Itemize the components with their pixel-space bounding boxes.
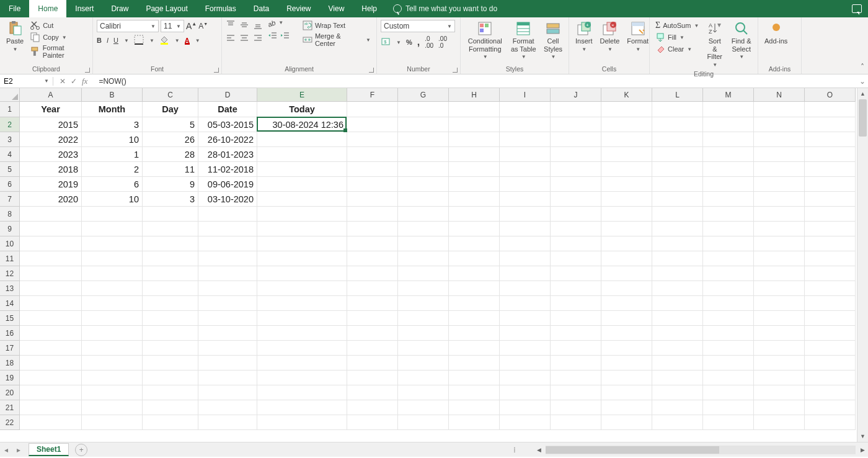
column-header-I[interactable]: I [500, 88, 551, 102]
cell-E2[interactable]: 30-08-2024 12:36 [257, 117, 347, 132]
cell-A4[interactable]: 2023 [20, 147, 82, 162]
cell-D6[interactable]: 09-06-2019 [198, 177, 257, 192]
row-header-9[interactable]: 9 [0, 222, 20, 236]
align-top-icon[interactable] [226, 20, 236, 30]
align-center-icon[interactable] [239, 34, 249, 43]
decrease-decimal-button[interactable]: .00.0 [438, 35, 447, 49]
increase-font-button[interactable]: A▲ [186, 21, 197, 31]
cell-header-E1[interactable]: Today [257, 102, 347, 117]
cell-D7[interactable]: 03-10-2020 [198, 192, 257, 207]
cell-B2[interactable]: 3 [82, 117, 143, 132]
align-right-icon[interactable] [253, 34, 263, 43]
borders-button[interactable] [134, 35, 144, 46]
format-cells-button[interactable]: Format▼ [624, 20, 651, 53]
clear-button[interactable]: Clear▼ [653, 43, 701, 55]
cell-C7[interactable]: 3 [143, 192, 198, 207]
font-size-select[interactable]: 11▼ [161, 20, 184, 32]
align-left-icon[interactable] [226, 34, 236, 43]
cancel-formula-button[interactable]: ✕ [60, 77, 66, 86]
row-header-16[interactable]: 16 [0, 326, 20, 341]
increase-indent-icon[interactable] [280, 31, 290, 41]
column-header-E[interactable]: E [257, 88, 347, 102]
cell-D2[interactable]: 05-03-2015 [198, 117, 257, 132]
number-dialog-launcher[interactable] [453, 68, 458, 73]
autosum-button[interactable]: ΣAutoSum▼ [653, 20, 701, 31]
cell-B5[interactable]: 2 [82, 162, 143, 177]
column-header-A[interactable]: A [20, 88, 82, 102]
tab-draw[interactable]: Draw [102, 0, 137, 17]
column-header-O[interactable]: O [805, 88, 856, 102]
column-header-B[interactable]: B [82, 88, 143, 102]
alignment-dialog-launcher[interactable] [369, 68, 374, 73]
percent-button[interactable]: % [406, 38, 412, 46]
row-header-8[interactable]: 8 [0, 207, 20, 222]
conditional-formatting-button[interactable]: Conditional Formatting▼ [464, 20, 505, 61]
sort-filter-button[interactable]: AZ Sort & Filter▼ [703, 20, 726, 69]
vertical-scrollbar[interactable]: ▲ ▼ [857, 88, 868, 442]
enter-formula-button[interactable]: ✓ [71, 77, 77, 86]
column-header-C[interactable]: C [143, 88, 198, 102]
clipboard-dialog-launcher[interactable] [85, 68, 90, 73]
cell-C2[interactable]: 5 [143, 117, 198, 132]
comments-icon[interactable] [852, 4, 862, 13]
row-header-21[interactable]: 21 [0, 400, 20, 415]
row-header-2[interactable]: 2 [0, 117, 20, 132]
row-header-14[interactable]: 14 [0, 296, 20, 311]
row-header-20[interactable]: 20 [0, 385, 20, 400]
add-sheet-button[interactable]: + [75, 444, 87, 456]
scroll-right-button[interactable]: ▶ [857, 447, 868, 453]
cell-D4[interactable]: 28-01-2023 [198, 147, 257, 162]
column-header-G[interactable]: G [398, 88, 449, 102]
column-header-J[interactable]: J [551, 88, 601, 102]
column-header-M[interactable]: M [703, 88, 754, 102]
cell-A6[interactable]: 2019 [20, 177, 82, 192]
tab-home[interactable]: Home [29, 0, 66, 17]
column-header-K[interactable]: K [601, 88, 652, 102]
row-header-1[interactable]: 1 [0, 102, 20, 117]
name-box[interactable]: E2 ▼ [0, 77, 53, 86]
tell-me-search[interactable]: Tell me what you want to do [393, 4, 497, 13]
cell-A5[interactable]: 2018 [20, 162, 82, 177]
cell-styles-button[interactable]: Cell Styles▼ [541, 20, 565, 61]
insert-function-button[interactable]: fx [82, 76, 87, 86]
select-all-corner[interactable] [0, 88, 20, 102]
column-header-D[interactable]: D [198, 88, 257, 102]
cell-B4[interactable]: 1 [82, 147, 143, 162]
cell-C6[interactable]: 9 [143, 177, 198, 192]
align-bottom-icon[interactable] [253, 20, 263, 30]
cell-B7[interactable]: 10 [82, 192, 143, 207]
tab-data[interactable]: Data [245, 0, 278, 17]
copy-button[interactable]: Copy▼ [29, 32, 89, 43]
column-header-F[interactable]: F [347, 88, 398, 102]
horizontal-scroll-thumb[interactable] [546, 446, 719, 454]
row-header-4[interactable]: 4 [0, 147, 20, 162]
accounting-format-button[interactable]: $ [381, 37, 391, 48]
scroll-up-button[interactable]: ▲ [857, 88, 868, 99]
sheet-nav-first[interactable]: ◂ [0, 446, 12, 454]
tab-formulas[interactable]: Formulas [197, 0, 245, 17]
row-header-22[interactable]: 22 [0, 415, 20, 430]
cell-C3[interactable]: 26 [143, 132, 198, 147]
font-color-button[interactable]: A [185, 37, 190, 45]
sheet-nav-prev[interactable]: ▸ [12, 446, 25, 454]
font-name-select[interactable]: Calibri▼ [97, 20, 159, 32]
insert-cells-button[interactable]: + Insert▼ [573, 20, 595, 53]
expand-formula-bar-button[interactable]: ⌄ [857, 77, 868, 86]
cell-header-B1[interactable]: Month [82, 102, 143, 117]
paste-button[interactable]: Paste ▼ [4, 20, 26, 53]
column-header-H[interactable]: H [449, 88, 500, 102]
row-header-18[interactable]: 18 [0, 356, 20, 370]
row-header-12[interactable]: 12 [0, 266, 20, 281]
row-header-15[interactable]: 15 [0, 311, 20, 326]
wrap-text-button[interactable]: ab Wrap Text [301, 20, 373, 31]
cell-header-D1[interactable]: Date [198, 102, 257, 117]
horizontal-scrollbar[interactable]: ◀ ▶ [533, 446, 868, 454]
italic-button[interactable]: I [107, 37, 108, 44]
delete-cells-button[interactable]: × Delete▼ [598, 20, 622, 53]
row-header-17[interactable]: 17 [0, 341, 20, 356]
column-header-L[interactable]: L [652, 88, 703, 102]
cell-header-C1[interactable]: Day [143, 102, 198, 117]
row-header-19[interactable]: 19 [0, 370, 20, 385]
cut-button[interactable]: Cut [29, 20, 89, 31]
format-as-table-button[interactable]: Format as Table▼ [508, 20, 539, 61]
